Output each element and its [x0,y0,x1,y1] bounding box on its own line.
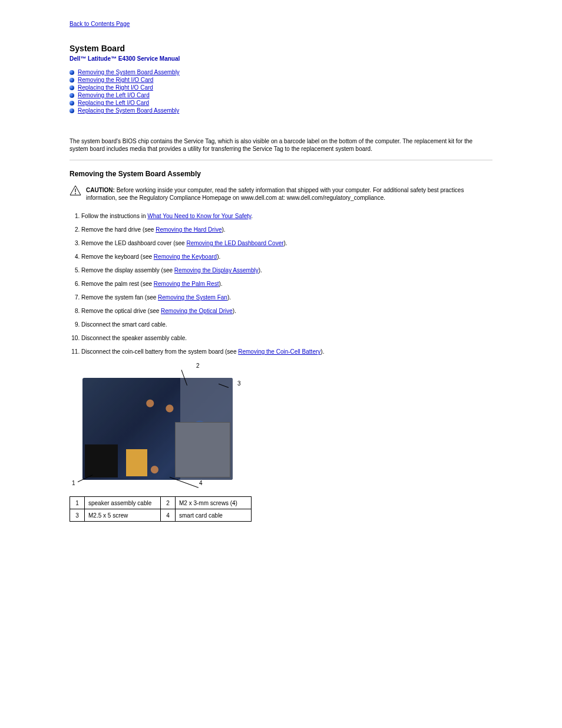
toc-item-3[interactable]: Removing the Left I/O Card [78,92,150,98]
step-9: Disconnect the smart card cable. [81,321,492,328]
svg-point-1 [75,193,76,195]
step-5: Remove the display assembly (see Removin… [81,266,492,274]
toc-list: Removing the System Board Assembly Remov… [70,69,492,114]
section-divider [70,160,492,160]
step-6-link[interactable]: Removing the Palm Rest [154,281,219,287]
caution-label: CAUTION: [86,187,115,193]
step-1: Follow the instructions in What You Need… [81,212,492,220]
callout-4: 4 [199,480,203,486]
callout-3: 3 [237,380,241,387]
intro-paragraph: The system board's BIOS chip contains th… [70,137,492,153]
step-1-link[interactable]: What You Need to Know for Your Safety [147,213,251,219]
step-8: Remove the optical drive (see Removing t… [81,307,492,315]
cell-1-num: 1 [70,497,85,509]
callout-table: 1 speaker assembly cable 2 M2 x 3-mm scr… [70,496,252,522]
toc-item-5[interactable]: Replacing the System Board Assembly [78,107,179,114]
step-5-link[interactable]: Removing the Display Assembly [174,267,259,274]
cell-3-txt: M2.5 x 5 screw [85,509,161,522]
caution-body: Before working inside your computer, rea… [86,187,464,201]
section-title: Removing the System Board Assembly [70,170,492,178]
toc-item-0[interactable]: Removing the System Board Assembly [78,69,180,75]
cell-1-txt: speaker assembly cable [85,497,161,509]
toc-item-4[interactable]: Replacing the Left I/O Card [78,100,149,106]
step-7-link[interactable]: Removing the System Fan [158,294,227,301]
caution-block: CAUTION: Before working inside your comp… [70,186,492,202]
callout-1: 1 [72,480,75,486]
back-to-contents-link[interactable]: Back to Contents Page [70,21,130,27]
cell-3-num: 3 [70,509,85,522]
cell-2-num: 2 [161,497,176,509]
step-11-link[interactable]: Removing the Coin-Cell Battery [238,348,320,355]
cell-4-num: 4 [161,509,176,522]
caution-text: CAUTION: Before working inside your comp… [86,186,492,202]
step-7: Remove the system fan (see Removing the … [81,294,492,301]
step-10: Disconnect the speaker assembly cable. [81,334,492,342]
step-4: Remove the keyboard (see Removing the Ke… [81,253,492,261]
manual-name: Dell™ Latitude™ E4300 Service Manual [70,55,492,62]
toc-item-1[interactable]: Removing the Right I/O Card [78,77,153,83]
toc-item-2[interactable]: Replacing the Right I/O Card [78,84,153,91]
step-2-link[interactable]: Removing the Hard Drive [156,226,222,233]
step-3: Remove the LED dashboard cover (see Remo… [81,239,492,247]
cell-4-txt: smart card cable [176,509,252,522]
callout-2: 2 [196,363,200,369]
system-board-image: 1 2 3 4 [70,361,240,488]
caution-icon [70,185,81,197]
step-11: Disconnect the coin-cell battery from th… [81,348,492,355]
step-6: Remove the palm rest (see Removing the P… [81,280,492,288]
step-2: Remove the hard drive (see Removing the … [81,226,492,233]
page-title: System Board [70,44,492,53]
cell-2-txt: M2 x 3-mm screws (4) [176,497,252,509]
step-4-link[interactable]: Removing the Keyboard [154,253,217,260]
step-3-link[interactable]: Removing the LED Dashboard Cover [186,240,283,246]
step-8-link[interactable]: Removing the Optical Drive [161,308,233,314]
